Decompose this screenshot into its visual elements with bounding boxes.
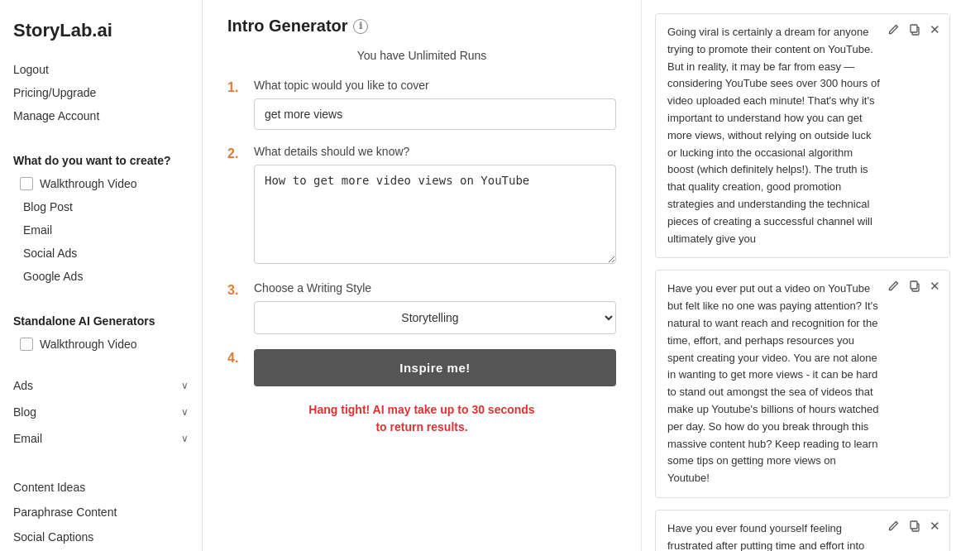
edit-result-button[interactable] [884,518,902,534]
sidebar-item-email[interactable]: Email [0,218,202,242]
step-3-label: 3. Choose a Writing Style StorytellingIn… [227,281,616,334]
copy-result-button[interactable] [906,278,924,295]
topic-input[interactable] [254,98,616,130]
page-title-container: Intro Generator ℹ [227,17,616,36]
step-4-label: 4. Inspire me! [227,349,616,386]
chevron-down-icon-blog: ∨ [181,406,189,418]
step-2-number: 2. [227,145,244,161]
result-text: Have you ever put out a video on YouTube… [667,280,938,487]
step-1-content: What topic would you like to cover [254,79,616,130]
copy-result-button[interactable] [906,22,924,38]
copy-result-button[interactable] [906,518,924,534]
edit-result-button[interactable] [884,278,902,295]
sidebar-bottom-links: Content Ideas Paraphrase Content Social … [0,475,202,549]
main-content: Intro Generator ℹ You have Unlimited Run… [203,0,641,551]
result-text: Going viral is certainly a dream for any… [667,24,938,247]
sidebar-item-manage-account[interactable]: Manage Account [0,104,202,127]
unlimited-runs-label: You have Unlimited Runs [227,49,616,62]
step-2-question: What details should we know? [254,145,616,158]
close-result-button[interactable]: ✕ [927,21,943,39]
page-title-text: Intro Generator [227,17,348,36]
sidebar-item-walkthrough-label: Walkthrough Video [40,177,137,190]
sidebar-item-content-ideas[interactable]: Content Ideas [0,475,202,500]
step-3-question: Choose a Writing Style [254,281,616,295]
result-actions: ✕ [884,21,943,39]
sidebar-item-blog[interactable]: Blog ∨ [0,399,202,425]
standalone-section-title: Standalone AI Generators [0,304,202,333]
info-icon[interactable]: ℹ [353,19,368,34]
sidebar-item-logout[interactable]: Logout [0,58,202,81]
sidebar-item-ads[interactable]: Ads ∨ [0,372,202,399]
step-2-label: 2. What details should we know? [227,145,616,266]
close-result-button[interactable]: ✕ [927,517,943,535]
checkbox-icon-standalone-walkthrough [20,338,33,351]
step-4-content: Inspire me! [254,349,616,386]
app-logo: StoryLab.ai [0,13,202,58]
sidebar-item-standalone-walkthrough-label: Walkthrough Video [40,338,137,351]
step-4-section: 4. Inspire me! [227,349,616,386]
step-1-section: 1. What topic would you like to cover [227,79,616,130]
chevron-down-icon-ads: ∨ [181,380,189,391]
details-textarea[interactable] [254,165,616,264]
step-2-content: What details should we know? [254,145,616,266]
step-3-number: 3. [227,281,244,298]
wait-message: Hang tight! AI may take up to 30 seconds… [227,401,616,436]
chevron-down-icon-email: ∨ [181,433,189,444]
sidebar-blog-label: Blog [13,405,36,419]
result-actions: ✕ [884,517,943,535]
result-actions: ✕ [884,277,943,295]
checkbox-icon-walkthrough [20,177,33,190]
sidebar-item-email[interactable]: Email ∨ [0,425,202,452]
svg-rect-1 [911,25,917,32]
sidebar-item-social-ads[interactable]: Social Ads [0,242,202,265]
inspire-button[interactable]: Inspire me! [254,349,616,386]
what-section-title: What do you want to create? [0,144,202,172]
sidebar-item-pricing[interactable]: Pricing/Upgrade [0,81,202,104]
sidebar-item-google-ads[interactable]: Google Ads [0,265,202,288]
sidebar-email-label: Email [13,432,42,445]
sidebar-item-walkthrough-video-standalone[interactable]: Walkthrough Video [0,333,202,356]
step-4-number: 4. [227,349,244,366]
sidebar-item-walkthrough-video-what[interactable]: Walkthrough Video [0,172,202,195]
svg-rect-3 [911,281,917,289]
sidebar-ads-label: Ads [13,379,33,392]
edit-result-button[interactable] [884,22,902,38]
sidebar-item-paraphrase-content[interactable]: Paraphrase Content [0,500,202,525]
svg-rect-5 [911,521,917,529]
result-card: Going viral is certainly a dream for any… [655,13,950,258]
step-1-number: 1. [227,79,244,95]
close-result-button[interactable]: ✕ [927,277,943,295]
sidebar-item-social-captions[interactable]: Social Captions [0,525,202,549]
step-2-section: 2. What details should we know? [227,145,616,266]
result-card: Have you ever put out a video on YouTube… [655,270,950,498]
writing-style-select[interactable]: StorytellingInformativePersuasiveCasualF… [254,301,616,334]
step-3-section: 3. Choose a Writing Style StorytellingIn… [227,281,616,334]
step-1-label: 1. What topic would you like to cover [227,79,616,130]
step-1-question: What topic would you like to cover [254,79,616,92]
sidebar-item-blog-post[interactable]: Blog Post [0,195,202,218]
result-card: Have you ever found yourself feeling fru… [655,510,950,551]
sidebar: StoryLab.ai Logout Pricing/Upgrade Manag… [0,0,203,551]
results-panel: Going viral is certainly a dream for any… [641,0,963,551]
step-3-content: Choose a Writing Style StorytellingInfor… [254,281,616,334]
